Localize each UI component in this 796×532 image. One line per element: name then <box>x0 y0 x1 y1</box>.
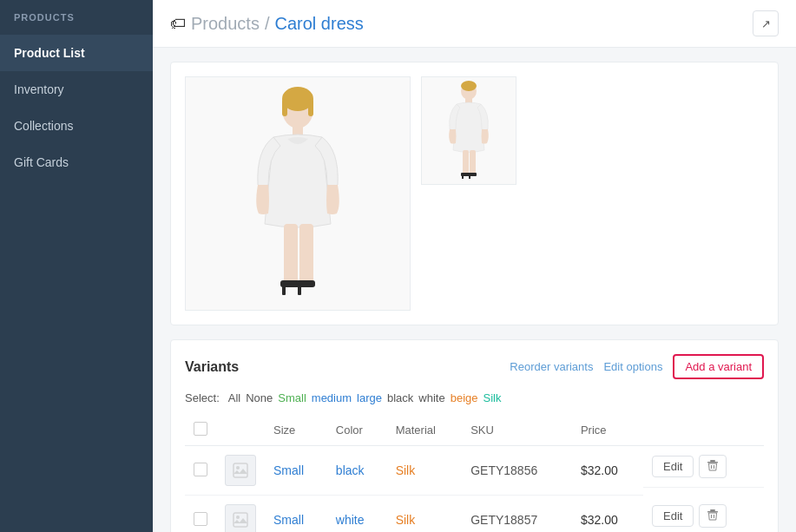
row-sku-0: GETY18856 <box>462 446 572 496</box>
svg-rect-20 <box>234 463 247 477</box>
select-all-checkbox[interactable] <box>194 422 207 436</box>
variant-image-1 <box>225 504 256 532</box>
svg-point-27 <box>236 516 240 519</box>
svg-rect-28 <box>707 511 718 513</box>
svg-rect-29 <box>710 509 715 511</box>
sidebar-section-label: PRODUCTS <box>0 0 153 35</box>
variants-section: Variants Reorder variants Edit options A… <box>170 339 779 532</box>
filter-large[interactable]: large <box>357 391 382 404</box>
row-checkbox-cell <box>185 446 216 496</box>
table-row: Small white Silk GETY18857 $32.00 Edit <box>185 496 764 533</box>
row-color-0: black <box>327 446 387 496</box>
col-header-actions <box>643 415 764 446</box>
row-price-0: $32.00 <box>572 446 643 496</box>
svg-rect-5 <box>284 224 298 285</box>
trash-icon <box>707 509 719 521</box>
svg-rect-23 <box>710 460 715 462</box>
filter-silk[interactable]: Silk <box>484 391 502 404</box>
col-header-material: Material <box>387 415 463 446</box>
svg-rect-3 <box>308 99 313 116</box>
sidebar-item-label: Collections <box>14 119 73 133</box>
breadcrumb-parent: Products <box>191 14 260 34</box>
row-checkbox-0[interactable] <box>194 463 207 476</box>
sidebar-item-label: Inventory <box>14 82 64 96</box>
col-header-check <box>185 415 216 446</box>
trash-icon <box>707 459 719 471</box>
svg-rect-19 <box>469 175 470 179</box>
row-size-0: Small <box>265 446 327 496</box>
variants-actions: Reorder variants Edit options Add a vari… <box>510 354 764 379</box>
sidebar-item-collections[interactable]: Collections <box>0 108 153 144</box>
topbar: 🏷 Products / Carol dress ↗ <box>153 0 796 48</box>
svg-rect-22 <box>707 462 718 463</box>
variant-image-0 <box>225 455 256 486</box>
product-main-image <box>185 76 411 311</box>
edit-options-link[interactable]: Edit options <box>603 360 662 373</box>
row-price-1: $32.00 <box>572 496 643 533</box>
sidebar-item-label: Product List <box>14 46 85 60</box>
row-checkbox-1[interactable] <box>194 512 207 526</box>
add-variant-button[interactable]: Add a variant <box>673 354 764 379</box>
filter-all[interactable]: All <box>228 391 240 404</box>
variants-table: Size Color Material SKU Price <box>185 415 764 532</box>
table-row: Small black Silk GETY18856 $32.00 Edit <box>185 446 764 496</box>
filter-black[interactable]: black <box>387 391 413 404</box>
edit-button-1[interactable]: Edit <box>652 505 694 527</box>
sidebar-item-gift-cards[interactable]: Gift Cards <box>0 144 153 181</box>
svg-rect-6 <box>299 224 313 285</box>
filter-white[interactable]: white <box>418 391 444 404</box>
product-thumb-image <box>421 76 516 185</box>
row-material-0: Silk <box>387 446 463 496</box>
row-sku-1: GETY18857 <box>462 496 572 533</box>
edit-button-0[interactable]: Edit <box>652 456 694 477</box>
sidebar-item-label: Gift Cards <box>14 155 69 169</box>
page-content: Variants Reorder variants Edit options A… <box>153 48 796 532</box>
sidebar: PRODUCTS Product List Inventory Collecti… <box>0 0 153 532</box>
row-actions-1: Edit <box>643 496 764 533</box>
svg-rect-15 <box>470 150 476 174</box>
svg-rect-8 <box>296 280 315 287</box>
filter-none[interactable]: None <box>246 391 273 404</box>
filter-medium[interactable]: medium <box>312 391 352 404</box>
breadcrumb: 🏷 Products / Carol dress <box>170 14 364 34</box>
svg-rect-10 <box>298 286 301 295</box>
svg-rect-2 <box>282 99 287 116</box>
sidebar-item-product-list[interactable]: Product List <box>0 35 153 71</box>
svg-point-12 <box>461 81 477 91</box>
col-header-sku: SKU <box>462 415 572 446</box>
row-img-cell-1 <box>216 496 265 533</box>
svg-rect-14 <box>463 150 469 174</box>
delete-button-0[interactable] <box>699 455 727 478</box>
svg-rect-9 <box>282 286 286 295</box>
breadcrumb-current: Carol dress <box>275 14 364 34</box>
svg-rect-18 <box>462 175 464 179</box>
variant-filter-row: Select: All None Small medium large blac… <box>185 391 764 404</box>
row-img-cell-0 <box>216 446 265 496</box>
row-color-1: white <box>327 496 387 533</box>
col-header-color: Color <box>327 415 387 446</box>
tag-icon: 🏷 <box>170 15 186 33</box>
col-header-img <box>216 415 265 446</box>
col-header-size: Size <box>265 415 327 446</box>
variants-header: Variants Reorder variants Edit options A… <box>185 354 764 379</box>
external-link-icon: ↗ <box>761 17 771 30</box>
filter-beige[interactable]: beige <box>451 391 478 404</box>
select-label: Select: <box>185 391 220 404</box>
breadcrumb-separator: / <box>265 14 270 34</box>
row-size-1: Small <box>265 496 327 533</box>
sidebar-item-inventory[interactable]: Inventory <box>0 71 153 108</box>
filter-small[interactable]: Small <box>278 391 306 404</box>
variants-title: Variants <box>185 359 239 375</box>
reorder-variants-link[interactable]: Reorder variants <box>510 360 593 373</box>
svg-rect-26 <box>234 513 247 527</box>
external-link-button[interactable]: ↗ <box>753 10 779 36</box>
row-actions-0: Edit <box>643 446 764 488</box>
svg-point-21 <box>236 466 240 470</box>
col-header-price: Price <box>572 415 643 446</box>
row-checkbox-cell <box>185 496 216 533</box>
product-images-section <box>170 62 779 325</box>
main-content: 🏷 Products / Carol dress ↗ <box>153 0 796 532</box>
row-material-1: Silk <box>387 496 463 533</box>
delete-button-1[interactable] <box>699 504 727 528</box>
